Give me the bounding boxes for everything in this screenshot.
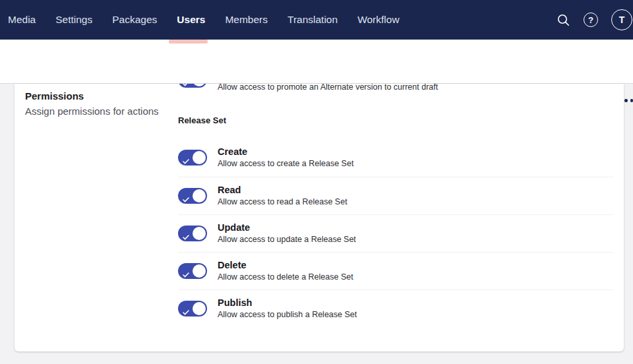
nav-item-users[interactable]: Users	[177, 14, 205, 26]
permission-row-read: Read Allow access to read a Release Set	[178, 177, 613, 214]
permission-description: Allow access to read a Release Set	[218, 197, 347, 207]
toggle-create[interactable]	[178, 150, 207, 166]
permission-label: Create	[218, 146, 353, 158]
nav-item-settings[interactable]: Settings	[55, 14, 92, 26]
toggle-read[interactable]	[178, 188, 207, 204]
active-tab-underline	[169, 40, 208, 44]
permissions-title: Permissions	[25, 90, 170, 102]
avatar[interactable]: T	[611, 9, 632, 30]
permissions-sidebar: Permissions Assign permissions for actio…	[25, 90, 170, 117]
permission-row-create: Create Allow access to create a Release …	[178, 139, 613, 177]
nav-item-packages[interactable]: Packages	[112, 14, 157, 26]
search-icon[interactable]	[557, 13, 570, 27]
permission-description: Allow access to publish a Release Set	[218, 309, 357, 320]
nav-right-actions: ? T	[557, 0, 633, 40]
permission-description: Allow access to delete a Release Set	[218, 272, 353, 282]
nav-item-workflow[interactable]: Workflow	[357, 14, 399, 26]
permission-row-update: Update Allow access to update a Release …	[178, 214, 613, 252]
nav-item-members[interactable]: Members	[225, 14, 268, 26]
toggle-publish[interactable]	[178, 301, 207, 317]
toggle-promote-alternate[interactable]	[178, 84, 207, 90]
permission-label: Delete	[218, 260, 353, 271]
permissions-subtitle: Assign permissions for actions	[25, 106, 170, 117]
section-title-release-set: Release Set	[178, 115, 226, 125]
permission-label: Update	[218, 222, 356, 233]
permission-row-publish: Publish Allow access to publish a Releas…	[178, 289, 613, 327]
permission-row-delete: Delete Allow access to delete a Release …	[178, 252, 613, 289]
permission-description: Allow access to create a Release Set	[218, 158, 353, 169]
editor-toolbar: admin	[0, 40, 633, 84]
permission-label: Read	[218, 185, 347, 196]
permission-label: Publish	[218, 297, 357, 309]
content-area: Permissions Assign permissions for actio…	[0, 84, 633, 364]
nav-item-media[interactable]: Media	[8, 14, 36, 26]
toggle-delete[interactable]	[178, 263, 207, 279]
top-navigation: Media Settings Packages Users Members Tr…	[0, 0, 633, 40]
permission-rows: Create Allow access to create a Release …	[178, 139, 613, 327]
permission-description: Allow access to promote an Alternate ver…	[218, 84, 438, 92]
toggle-update[interactable]	[178, 226, 207, 241]
permissions-card: Permissions Assign permissions for actio…	[15, 84, 624, 351]
help-icon[interactable]: ?	[584, 13, 598, 27]
permission-description: Allow access to update a Release Set	[218, 234, 356, 245]
nav-item-translation[interactable]: Translation	[287, 14, 338, 26]
